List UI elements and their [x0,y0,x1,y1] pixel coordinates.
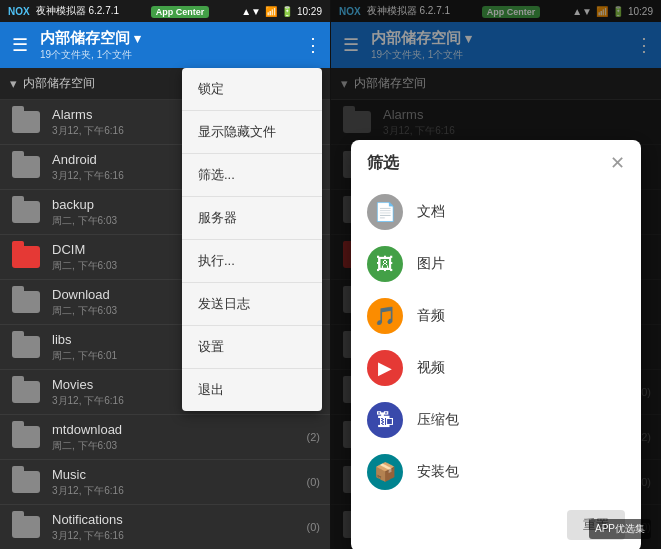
filter-option[interactable]: 🎵音频 [351,290,641,342]
filter-options: 📄文档🖼图片🎵音频▶视频🗜压缩包📦安装包 [351,182,641,502]
chevron-down-icon-left[interactable]: ▾ [134,31,141,46]
right-panel: NOX 夜神模拟器 6.2.7.1 App Center ▲▼ 📶 🔋 10:2… [331,0,661,549]
folder-icon-wrap [10,286,42,318]
filter-option-label: 文档 [417,203,445,221]
file-info: Music3月12, 下午6:16 [52,467,297,498]
folder-icon [12,426,40,448]
folder-icon [12,111,40,133]
filter-option-icon: 📦 [367,454,403,490]
dropdown-item[interactable]: 设置 [182,326,322,369]
status-bar-left: NOX 夜神模拟器 6.2.7.1 App Center ▲▼ 📶 🔋 10:2… [0,0,330,22]
battery-icon: 🔋 [281,6,293,17]
more-options-icon-left[interactable]: ⋮ [304,34,322,56]
filter-option-label: 压缩包 [417,411,459,429]
file-info: mtdownload周二, 下午6:03 [52,422,297,453]
filter-option-icon: 🎵 [367,298,403,334]
folder-icon-wrap [10,376,42,408]
folder-icon-wrap [10,241,42,273]
folder-icon [12,336,40,358]
dropdown-menu: 锁定显示隐藏文件筛选...服务器执行...发送日志设置退出 [182,68,322,411]
filter-option[interactable]: 🗜压缩包 [351,394,641,446]
top-bar-subtitle-left: 19个文件夹, 1个文件 [40,48,296,62]
filter-option-icon: 📄 [367,194,403,230]
list-item[interactable]: Notifications3月12, 下午6:16(0) [0,505,330,549]
filter-option[interactable]: 📄文档 [351,186,641,238]
file-info: Notifications3月12, 下午6:16 [52,512,297,543]
dialog-title: 筛选 [367,153,399,174]
filter-option-label: 安装包 [417,463,459,481]
filter-option[interactable]: 📦安装包 [351,446,641,498]
filter-option-icon: 🖼 [367,246,403,282]
dropdown-item[interactable]: 服务器 [182,197,322,240]
folder-icon-wrap [10,421,42,453]
filter-option-icon: ▶ [367,350,403,386]
status-icons-left: ▲▼ 📶 🔋 10:29 [241,6,322,17]
dropdown-item[interactable]: 筛选... [182,154,322,197]
file-count: (0) [307,521,320,533]
dialog-close-button[interactable]: ✕ [610,152,625,174]
dropdown-item[interactable]: 发送日志 [182,283,322,326]
folder-icon-wrap [10,196,42,228]
filter-option-icon: 🗜 [367,402,403,438]
filter-option[interactable]: ▶视频 [351,342,641,394]
folder-icon [12,156,40,178]
top-bar-left: ☰ 内部储存空间 ▾ 19个文件夹, 1个文件 ⋮ [0,22,330,68]
dropdown-item[interactable]: 执行... [182,240,322,283]
clock-left: 10:29 [297,6,322,17]
folder-icon-wrap [10,151,42,183]
folder-icon [12,291,40,313]
folder-icon-wrap [10,106,42,138]
folder-icon-wrap [10,511,42,543]
app-name-left: 夜神模拟器 6.2.7.1 [36,4,119,18]
status-bar-left-items: NOX 夜神模拟器 6.2.7.1 [8,4,119,18]
file-date: 3月12, 下午6:16 [52,484,297,498]
filter-option-label: 图片 [417,255,445,273]
filter-option[interactable]: 🖼图片 [351,238,641,290]
watermark: APP优选集 [589,519,651,539]
breadcrumb-text-left: 内部储存空间 [23,75,95,92]
dropdown-item[interactable]: 退出 [182,369,322,411]
folder-icon-wrap [10,331,42,363]
file-date: 3月12, 下午6:16 [52,529,297,543]
wifi-icon: ▲▼ [241,6,261,17]
breadcrumb-chevron-left: ▾ [10,76,17,91]
folder-icon [12,516,40,538]
menu-icon-left[interactable]: ☰ [8,30,32,60]
nox-logo: NOX [8,6,30,17]
folder-icon [12,471,40,493]
folder-icon [12,381,40,403]
list-item[interactable]: mtdownload周二, 下午6:03(2) [0,415,330,460]
folder-icon [12,201,40,223]
folder-icon-wrap [10,466,42,498]
file-count: (2) [307,431,320,443]
file-name: Notifications [52,512,297,527]
top-bar-title-left: 内部储存空间 ▾ [40,29,296,48]
top-bar-actions-left: ⋮ [304,34,322,56]
dialog-header: 筛选 ✕ [351,140,641,182]
signal-icon: 📶 [265,6,277,17]
dropdown-item[interactable]: 锁定 [182,68,322,111]
list-item[interactable]: Music3月12, 下午6:16(0) [0,460,330,505]
file-count: (0) [307,476,320,488]
filter-option-label: 音频 [417,307,445,325]
folder-icon [12,246,40,268]
file-name: Music [52,467,297,482]
title-area-left: 内部储存空间 ▾ 19个文件夹, 1个文件 [40,29,296,62]
left-panel: NOX 夜神模拟器 6.2.7.1 App Center ▲▼ 📶 🔋 10:2… [0,0,330,549]
dropdown-item[interactable]: 显示隐藏文件 [182,111,322,154]
app-center-badge-left[interactable]: App Center [151,5,210,17]
filter-dialog: 筛选 ✕ 📄文档🖼图片🎵音频▶视频🗜压缩包📦安装包 重置 [351,140,641,549]
file-date: 周二, 下午6:03 [52,439,297,453]
filter-option-label: 视频 [417,359,445,377]
file-name: mtdownload [52,422,297,437]
